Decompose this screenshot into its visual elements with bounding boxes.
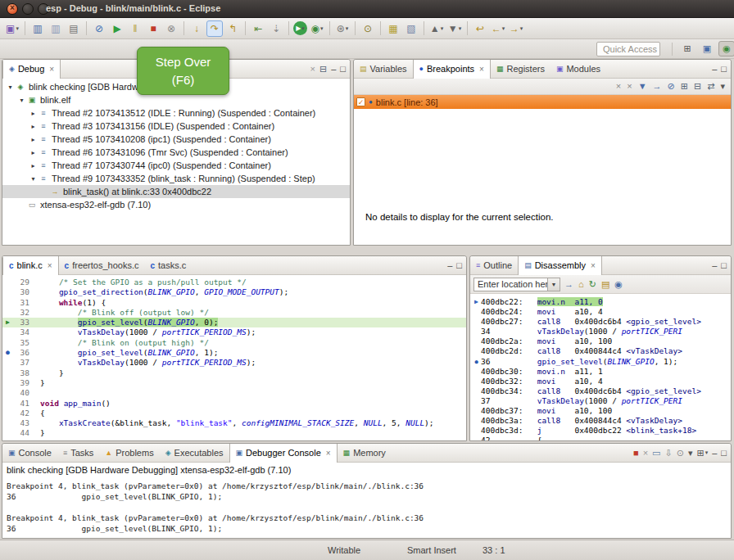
save-all-icon[interactable]: ▥: [48, 20, 64, 37]
code-line[interactable]: ▶33 gpio_set_level(BLINK_GPIO, 0);: [2, 318, 466, 327]
disassembly-line[interactable]: 400dbc24: movi a10, 4: [472, 307, 731, 317]
disconnect-icon[interactable]: ⊗: [163, 20, 179, 37]
console-output[interactable]: Breakpoint 4, blink_task (pvParameter=0x…: [2, 475, 731, 534]
code-line[interactable]: 38 }: [2, 368, 466, 378]
step-over-icon[interactable]: ↷: [206, 20, 223, 37]
debug-tree-item[interactable]: ▸≡Thread #6 1073431096 (Tmr Svc) (Suspen…: [2, 146, 350, 159]
editor-ruler[interactable]: [2, 409, 13, 418]
code-line[interactable]: 31 while(1) {: [2, 298, 466, 308]
console-tab-console[interactable]: ▣Console: [2, 444, 57, 463]
clear-console-icon[interactable]: ▭: [652, 449, 660, 458]
line-number[interactable]: 29: [13, 278, 34, 287]
go-to-file-for-breakpoint-icon[interactable]: →: [653, 82, 662, 91]
disassembly-line[interactable]: 400dbc27: call8 0x400dc6b4 <gpio_set_lev…: [472, 317, 731, 327]
suspend-icon[interactable]: ‖: [127, 20, 143, 37]
line-number[interactable]: 31: [13, 298, 34, 308]
tree-expander-icon[interactable]: ▸: [29, 162, 38, 169]
code-line[interactable]: 39}: [2, 378, 466, 388]
tree-expander-icon[interactable]: ▸: [29, 136, 38, 143]
expand-all-icon[interactable]: ⊞: [681, 82, 688, 91]
tab-close-icon[interactable]: ×: [479, 65, 484, 74]
editor-ruler[interactable]: [2, 298, 13, 308]
collapse-all-icon[interactable]: ⊟: [319, 65, 327, 74]
minimize-icon[interactable]: –: [447, 261, 452, 270]
minimize-icon[interactable]: –: [712, 449, 717, 458]
debug-tree-item[interactable]: ▸≡Thread #2 1073413512 (IDLE : Running) …: [2, 106, 350, 120]
editor-ruler[interactable]: [2, 368, 13, 378]
skip-all-breakpoints-icon[interactable]: ⊘: [668, 82, 675, 91]
breakpoint-item[interactable]: ✓●blink.c [line: 36]: [354, 95, 731, 109]
previous-annotation-icon[interactable]: ▲▾: [428, 20, 445, 37]
tree-expander-icon[interactable]: ▾: [17, 97, 26, 104]
code-line[interactable]: 45: [2, 439, 466, 440]
line-number[interactable]: 41: [13, 399, 34, 409]
search-icon[interactable]: ⊙: [360, 20, 376, 37]
remove-all-breakpoints-icon[interactable]: ×: [627, 82, 632, 91]
step-return-icon[interactable]: ↰: [224, 20, 241, 37]
disassembly-content[interactable]: ▶400dbc22: movi.n a11, 0400dbc24: movi a…: [470, 294, 731, 440]
views-tab-registers[interactable]: ▦Registers: [491, 60, 550, 79]
debug-tree-item[interactable]: ▭xtensa-esp32-elf-gdb (7.10): [2, 198, 350, 211]
collapse-all-icon[interactable]: ⊟: [694, 82, 701, 91]
maximize-icon[interactable]: □: [721, 261, 727, 270]
maximize-icon[interactable]: □: [456, 261, 462, 270]
show-source-icon[interactable]: ▤: [601, 280, 609, 289]
display-selected-console-icon[interactable]: ▾: [688, 449, 693, 458]
editor-ruler[interactable]: [2, 418, 13, 428]
console-tab-debugger-console[interactable]: ▣Debugger Console×: [229, 444, 338, 463]
editor-ruler[interactable]: [2, 287, 13, 297]
tree-expander-icon[interactable]: ▸: [29, 149, 38, 156]
view-menu-icon[interactable]: ▾: [720, 82, 725, 91]
editor-ruler[interactable]: [2, 428, 13, 438]
show-breakpoints-for-icon[interactable]: ▼: [638, 82, 647, 91]
go-to-address-icon[interactable]: →: [564, 280, 573, 289]
disassembly-line[interactable]: 34 vTaskDelay(1000 / portTICK_PERI: [472, 327, 731, 336]
code-line[interactable]: 35 /* Blink on (output high) */: [2, 338, 466, 348]
line-number[interactable]: 34: [13, 327, 34, 337]
remove-breakpoint-icon[interactable]: ×: [616, 82, 621, 91]
forward-icon[interactable]: →▾: [508, 20, 524, 37]
run-icon[interactable]: ▶▾: [293, 21, 307, 35]
code-line[interactable]: 29 /* Set the GPIO as a push/pull output…: [2, 278, 466, 287]
line-number[interactable]: 36: [13, 348, 34, 358]
debug-tree-item[interactable]: ▸≡Thread #7 1073430744 (ipc0) (Suspended…: [2, 159, 350, 172]
debug-tree-item[interactable]: ▸≡Thread #3 1073413156 (IDLE) (Suspended…: [2, 120, 350, 133]
editor-tab-freertos-hooks-c[interactable]: cfreertos_hooks.c: [59, 256, 145, 275]
tab-close-icon[interactable]: ×: [48, 261, 52, 270]
views-tab-modules[interactable]: ▣Modules: [550, 60, 606, 79]
skip-all-breakpoints-icon[interactable]: ⊘: [91, 20, 107, 37]
editor-code[interactable]: 29 /* Set the GPIO as a push/pull output…: [2, 275, 466, 440]
code-line[interactable]: 34 vTaskDelay(1000 / portTICK_PERIOD_MS)…: [2, 327, 466, 337]
quick-access-input[interactable]: Quick Access: [596, 42, 660, 56]
remove-launch-icon[interactable]: ×: [643, 449, 648, 458]
debug-tree-item[interactable]: ▾▣blink.elf: [2, 93, 350, 106]
open-console-icon[interactable]: ⊞▾: [696, 449, 708, 458]
editor-tab-blink-c[interactable]: cblink.c×: [2, 256, 59, 275]
external-tools-icon[interactable]: ⊛▾: [334, 20, 351, 37]
views-tab-variables[interactable]: ▤Variables: [354, 60, 413, 79]
line-number[interactable]: 37: [13, 358, 34, 368]
editor-ruler[interactable]: [2, 338, 13, 348]
maximize-icon[interactable]: □: [340, 65, 346, 74]
location-combo[interactable]: Enter location here ▼: [473, 278, 560, 291]
line-number[interactable]: 40: [13, 388, 34, 398]
code-line[interactable]: 30 gpio_set_direction(BLINK_GPIO, GPIO_M…: [2, 287, 466, 297]
disassembly-line[interactable]: 400dbc2a: movi a10, 100: [472, 336, 731, 346]
code-line[interactable]: 40: [2, 388, 466, 398]
console-tab-executables[interactable]: ◈Executables: [160, 444, 229, 463]
instruction-pointer-icon[interactable]: ▶: [2, 318, 13, 327]
code-line[interactable]: 43 xTaskCreate(&blink_task, "blink_task"…: [2, 418, 466, 428]
debug-tree-item[interactable]: ▾≡Thread #9 1073433352 (blink_task : Run…: [2, 172, 350, 185]
editor-ruler[interactable]: [2, 439, 13, 440]
disassembly-line[interactable]: ●36 gpio_set_level(BLINK_GPIO, 1);: [472, 357, 731, 367]
scroll-lock-icon[interactable]: ⇩: [665, 449, 673, 458]
line-number[interactable]: 45: [13, 439, 34, 440]
views-tab-disassembly[interactable]: ▤Disassembly×: [518, 256, 602, 275]
code-line[interactable]: 44}: [2, 428, 466, 438]
minimize-icon[interactable]: –: [331, 65, 336, 74]
code-line[interactable]: ●36 gpio_set_level(BLINK_GPIO, 1);: [2, 348, 466, 358]
console-body[interactable]: blink checking [GDB Hardware Debugging] …: [2, 463, 731, 538]
minimize-icon[interactable]: –: [712, 65, 717, 74]
last-edit-location-icon[interactable]: ↩: [472, 20, 488, 37]
drop-to-frame-icon[interactable]: ⇤: [250, 20, 266, 37]
